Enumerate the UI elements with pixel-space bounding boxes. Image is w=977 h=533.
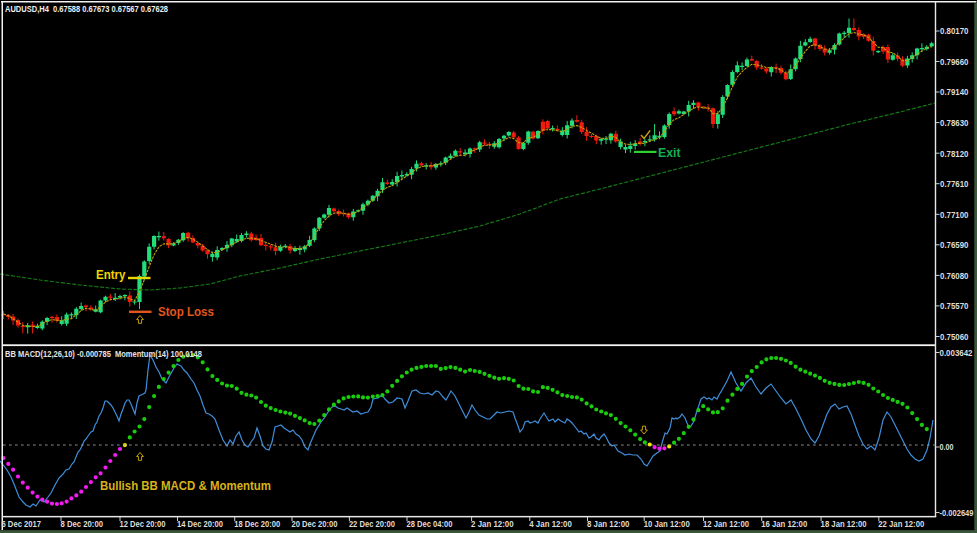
svg-text:Bullish BB MACD & Momentum: Bullish BB MACD & Momentum — [100, 478, 271, 493]
svg-text:0.79140: 0.79140 — [940, 87, 969, 97]
svg-text:8 Dec 20:00: 8 Dec 20:00 — [61, 519, 104, 529]
svg-text:0.78120: 0.78120 — [940, 149, 969, 159]
svg-text:Entry: Entry — [96, 267, 126, 282]
svg-text:12 Jan 12:00: 12 Jan 12:00 — [703, 519, 749, 529]
svg-text:20 Dec 20:00: 20 Dec 20:00 — [292, 519, 338, 529]
svg-text:Exit: Exit — [658, 145, 681, 160]
svg-text:0.00: 0.00 — [940, 442, 954, 452]
svg-text:0.77610: 0.77610 — [940, 179, 969, 189]
svg-text:18 Dec 20:00: 18 Dec 20:00 — [234, 519, 280, 529]
svg-text:4 Jan 12:00: 4 Jan 12:00 — [529, 519, 572, 529]
svg-text:0.75570: 0.75570 — [940, 301, 969, 311]
svg-text:0.76080: 0.76080 — [940, 271, 969, 281]
svg-text:10 Jan 12:00: 10 Jan 12:00 — [644, 519, 690, 529]
svg-text:2 Jan 12:00: 2 Jan 12:00 — [471, 519, 513, 529]
svg-text:22 Jan 12:00: 22 Jan 12:00 — [878, 519, 924, 529]
svg-text:16 Jan 12:00: 16 Jan 12:00 — [761, 519, 807, 529]
svg-text:8 Jan 12:00: 8 Jan 12:00 — [587, 519, 630, 529]
svg-text:0.77100: 0.77100 — [940, 210, 969, 220]
svg-text:12 Dec 20:00: 12 Dec 20:00 — [120, 519, 166, 529]
svg-text:0.80170: 0.80170 — [940, 26, 969, 36]
svg-text:22 Dec 20:00: 22 Dec 20:00 — [349, 519, 395, 529]
svg-text:Stop Loss: Stop Loss — [158, 304, 214, 319]
svg-text:28 Dec 04:00: 28 Dec 04:00 — [407, 519, 453, 529]
svg-text:6 Dec 2017: 6 Dec 2017 — [2, 519, 42, 529]
svg-text:0.003642: 0.003642 — [940, 348, 973, 358]
svg-text:0.79660: 0.79660 — [940, 57, 969, 67]
svg-text:BB MACD(12,26,10) -0.000785 M: BB MACD(12,26,10) -0.000785 Momentum(14)… — [5, 349, 202, 359]
svg-text:0.78630: 0.78630 — [940, 118, 969, 128]
svg-text:AUDUSD,H4 0.67588 0.67673 0.6: AUDUSD,H4 0.67588 0.67673 0.67567 0.6762… — [5, 3, 169, 14]
svg-text:0.75060: 0.75060 — [940, 332, 969, 342]
svg-text:0.76590: 0.76590 — [940, 240, 969, 250]
svg-text:18 Jan 12:00: 18 Jan 12:00 — [821, 519, 867, 529]
svg-text:14 Dec 20:00: 14 Dec 20:00 — [177, 519, 223, 529]
svg-text:-0.002649: -0.002649 — [940, 508, 974, 518]
